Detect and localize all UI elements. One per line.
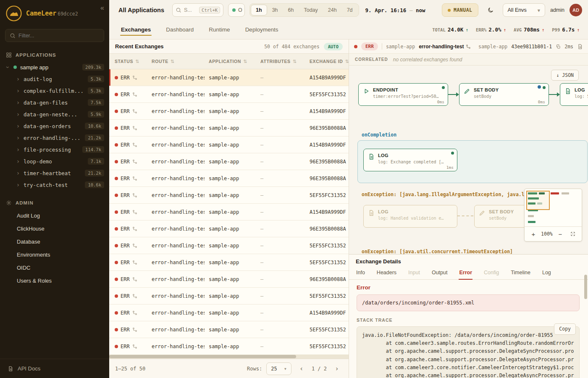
- minimap-canvas[interactable]: [525, 189, 582, 227]
- avatar[interactable]: AD: [570, 4, 582, 16]
- auto-refresh-badge[interactable]: AUTO: [324, 43, 343, 50]
- exchange-row[interactable]: ERR error-handling-test sample-app — 96E…: [109, 170, 349, 187]
- nav-tab-row: Exchanges Dashboard Runtime Deployments …: [109, 20, 588, 39]
- sidebar-admin-item[interactable]: ClickHouse: [0, 222, 109, 235]
- global-search[interactable]: S... Ctrl+K: [172, 3, 223, 17]
- sidebar-route-item[interactable]: › data-gen-orders 10.6k: [0, 120, 109, 132]
- exchange-row[interactable]: ERR error-handling-test sample-app — 5EF…: [109, 254, 349, 271]
- manual-mode-button[interactable]: MANUAL: [442, 3, 478, 17]
- nav-tab[interactable]: Runtime: [208, 21, 231, 38]
- time-range-button[interactable]: 6h: [283, 5, 299, 16]
- environment-select[interactable]: All Envs ▾: [503, 3, 545, 17]
- details-tab[interactable]: Headers: [376, 267, 397, 279]
- next-page-button[interactable]: ›: [331, 363, 343, 375]
- gear-icon: [6, 200, 12, 206]
- application-cell: sample-app: [205, 327, 256, 333]
- exchange-row[interactable]: ERR error-handling-test sample-app — 5EF…: [109, 321, 349, 338]
- zoom-in-button[interactable]: +: [528, 229, 538, 239]
- copy-button[interactable]: Copy: [554, 323, 576, 335]
- status-label: ERR: [121, 92, 130, 97]
- details-tab[interactable]: Error: [459, 267, 472, 279]
- time-range-button[interactable]: Today: [299, 5, 323, 16]
- flow-node-completion-log[interactable]: LOG log: Exchange completed [${exchan...…: [363, 149, 457, 171]
- time-range-display[interactable]: 9. Apr. 16:16 — now: [365, 7, 425, 13]
- sidebar-admin-item[interactable]: Database: [0, 235, 109, 248]
- time-range-button[interactable]: 1h: [251, 5, 267, 16]
- exchange-row[interactable]: ERR error-handling-test sample-app — 5EF…: [109, 237, 349, 254]
- details-tab[interactable]: Info: [356, 267, 365, 279]
- minimap-viewport[interactable]: [526, 191, 550, 210]
- sidebar-route-item[interactable]: › data-gen-files 7.5k: [0, 97, 109, 108]
- route-branch-icon: [132, 109, 137, 114]
- sidebar-admin-item[interactable]: Audit Log: [0, 209, 109, 222]
- exchange-row[interactable]: ERR error-handling-test sample-app — 96E…: [109, 153, 349, 170]
- flow-node-endpoint[interactable]: ENDPOINT timer:errorTest?period=5000&del…: [358, 83, 448, 106]
- api-docs-link[interactable]: API Docs: [0, 359, 109, 378]
- rows-per-page-select[interactable]: 25 ▾: [266, 362, 291, 375]
- node-subtitle: timer:errorTest?period=5000&dela...: [373, 94, 439, 99]
- sidebar-collapse-button[interactable]: «: [100, 4, 104, 12]
- nav-tab[interactable]: Deployments: [244, 21, 279, 38]
- details-tab[interactable]: Input: [408, 267, 420, 279]
- sidebar-route-item[interactable]: › data-gen-neste... 5.9k: [0, 108, 109, 120]
- dark-mode-toggle[interactable]: [483, 3, 498, 17]
- application-cell: sample-app: [205, 310, 256, 316]
- vertical-scrollbar-thumb[interactable]: [584, 275, 587, 299]
- time-range-button[interactable]: 7d: [342, 5, 358, 16]
- flow-node-exception-log[interactable]: LOG log: Handled validation error: ${exc…: [363, 205, 457, 228]
- live-status-toggle[interactable]: O: [228, 3, 245, 17]
- log-document-icon[interactable]: [577, 44, 583, 50]
- sidebar-route-item[interactable]: › file-processing 114.7k: [0, 144, 109, 155]
- sidebar-route-item[interactable]: › error-handling-... 21.2k: [0, 132, 109, 144]
- sidebar-filter[interactable]: [5, 29, 104, 42]
- details-title: Exchange Details: [349, 255, 588, 267]
- exchange-row[interactable]: ERR error-handling-test sample-app — 96E…: [109, 120, 349, 136]
- sidebar-route-item[interactable]: › timer-heartbeat 21.2k: [0, 167, 109, 179]
- details-tab[interactable]: Timeline: [510, 267, 531, 279]
- sidebar-route-item[interactable]: › try-catch-test 10.6k: [0, 179, 109, 191]
- exchange-row[interactable]: ERR error-handling-test sample-app — A15…: [109, 136, 349, 153]
- exchange-row[interactable]: ERR error-handling-test sample-app — 5EF…: [109, 338, 349, 354]
- sidebar-admin-item[interactable]: Environments: [0, 248, 109, 261]
- time-range-button[interactable]: 24h: [323, 5, 342, 16]
- zoom-fit-button[interactable]: [568, 229, 578, 239]
- exchange-row[interactable]: ERR error-handling-test sample-app — A15…: [109, 304, 349, 321]
- sidebar-route-item[interactable]: › audit-log 5.3k: [0, 73, 109, 85]
- sidebar-filter-input[interactable]: [18, 33, 100, 39]
- exchange-row[interactable]: ERR error-handling-test sample-app — A15…: [109, 204, 349, 220]
- exchange-row[interactable]: ERR error-handling-test sample-app — 5EF…: [109, 187, 349, 204]
- sidebar-route-item[interactable]: › complex-fulfillm... 5.3k: [0, 85, 109, 97]
- flow-node-setbody[interactable]: SET BODY setBody 0ms: [459, 83, 549, 106]
- exchange-row[interactable]: ERR error-handling-test sample-app — 96E…: [109, 271, 349, 288]
- details-tab[interactable]: Config: [483, 267, 499, 279]
- flow-node-log[interactable]: LOG log: Sta...: [560, 83, 588, 106]
- column-header-route[interactable]: ROUTE⇅: [147, 59, 205, 64]
- column-header-status[interactable]: STATUS⇅: [110, 59, 147, 64]
- exchange-row[interactable]: ERR error-handling-test sample-app — 96E…: [109, 220, 349, 237]
- details-tab[interactable]: Log: [542, 267, 551, 279]
- sidebar-app-sample-app[interactable]: › sample app 209.3k: [0, 61, 109, 73]
- column-header-application[interactable]: APPLICATION⇅: [205, 59, 256, 64]
- column-header-exchange-id[interactable]: EXCHANGE ID⇅: [305, 59, 349, 64]
- route-flow-canvas[interactable]: ↓ JSON ENDPOINT timer:errorTest?period=5…: [349, 66, 588, 254]
- download-json-button[interactable]: ↓ JSON: [551, 70, 579, 81]
- flow-minimap[interactable]: + 100% −: [524, 189, 582, 242]
- zoom-out-button[interactable]: −: [555, 229, 565, 239]
- sidebar-admin-item[interactable]: OIDC: [0, 261, 109, 274]
- details-tab[interactable]: Output: [431, 267, 448, 279]
- exchange-row[interactable]: ERR error-handling-test sample-app — 5EF…: [109, 86, 349, 103]
- sidebar-route-item[interactable]: › loop-demo 7.1k: [0, 155, 109, 167]
- exchange-row[interactable]: ERR error-handling-test sample-app — A15…: [109, 103, 349, 120]
- time-range-button[interactable]: 3h: [267, 5, 283, 16]
- nav-tab[interactable]: Exchanges: [120, 21, 152, 38]
- horizontal-scrollbar[interactable]: [109, 354, 349, 359]
- exchange-row[interactable]: ERR error-handling-test sample-app — 5EF…: [109, 288, 349, 304]
- column-header-attributes[interactable]: ATTRIBUTES⇅: [256, 59, 305, 64]
- nav-tab[interactable]: Dashboard: [165, 21, 194, 38]
- copy-icon[interactable]: [556, 44, 561, 49]
- prev-page-button[interactable]: ‹: [296, 363, 307, 375]
- exchange-row[interactable]: ERR error-handling-test sample-app — A15…: [109, 69, 349, 86]
- sidebar-admin-item[interactable]: Users & Roles: [0, 274, 109, 287]
- application-cell: sample-app: [205, 192, 256, 198]
- scrollbar-thumb[interactable]: [109, 355, 296, 358]
